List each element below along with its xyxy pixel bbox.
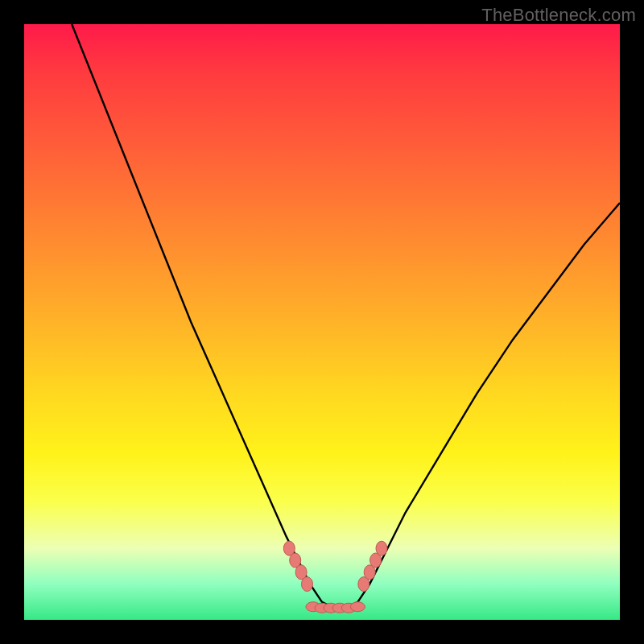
watermark-text: TheBottleneck.com: [481, 5, 636, 26]
curve-layer: [24, 24, 620, 620]
gradient-plot-area: [24, 24, 620, 620]
marker-dot: [376, 541, 387, 555]
outer-frame: TheBottleneck.com: [0, 0, 644, 644]
trough-markers: [306, 602, 365, 613]
left-cluster-markers: [283, 541, 312, 591]
right-cluster-markers: [358, 541, 387, 591]
marker-dot: [302, 577, 313, 592]
marker-dot: [350, 602, 365, 612]
bottleneck-curve: [72, 24, 620, 608]
